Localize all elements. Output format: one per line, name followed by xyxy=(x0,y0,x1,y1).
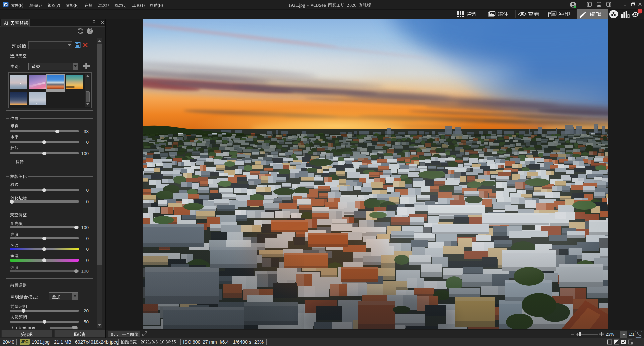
svg-text:1: 1 xyxy=(639,9,641,13)
